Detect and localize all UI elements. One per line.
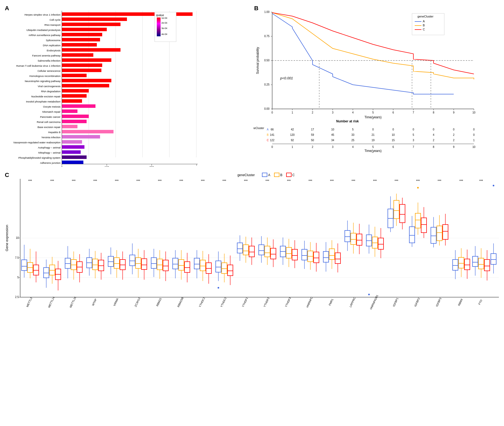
box-IGFBP3-B (437, 226, 442, 241)
sig-YTHDF1: *** (244, 179, 248, 183)
box-ZC3H13-A (130, 255, 135, 266)
panel-b-chart: Survival probability 0.00 0.25 0.50 0.75… (253, 7, 495, 168)
bar-5 (62, 38, 100, 41)
color-gradient (157, 17, 161, 36)
svg-text:2: 2 (453, 133, 455, 136)
bar-label-1: Cell cycle (49, 18, 61, 21)
box-RBMX-B (459, 257, 464, 268)
panel-c: C Gene expression 2.5 5 7.5 10 (3, 169, 501, 325)
box-ALKBH5-A (491, 254, 496, 264)
svg-text:34: 34 (331, 139, 334, 142)
box-RBM15B-A (173, 258, 178, 269)
bar-label-28: Phosphatidylinositol signaling system (18, 156, 61, 159)
sig-YTHDC2: *** (222, 179, 226, 183)
gene-label-YTHDF2: YTHDF2 (263, 297, 270, 307)
box-HNRNPC-A (302, 249, 307, 260)
svg-text:1: 1 (292, 145, 293, 148)
box-LRPPRC-A (345, 230, 350, 242)
bar-21 (62, 120, 87, 123)
box-FMR1-B (329, 249, 335, 260)
bar-label-15: RNA degradation (41, 90, 61, 93)
gene-label-IGFBP3: IGFBP3 (435, 297, 442, 307)
box-METTL3-A (22, 260, 27, 271)
svg-text:141: 141 (270, 133, 275, 136)
boxplot-legend-title: geneCluster (237, 173, 255, 177)
bar-label-27: Mitophagy – animal (38, 151, 61, 154)
svg-text:10: 10 (331, 128, 334, 131)
legend-title: qvalue (156, 14, 164, 17)
box-YTHDF1-A (237, 243, 243, 253)
sig-RBM15: *** (158, 179, 162, 183)
gene-label-RBM15: RBM15 (156, 297, 162, 307)
box-FTO-A (473, 256, 478, 267)
svg-text:5: 5 (372, 145, 374, 148)
box-YTHDC2-A (216, 261, 221, 272)
y-axis-label-c: Gene expression (5, 225, 9, 251)
bar-18 (62, 104, 95, 108)
bar-label-19: Mismatch repair (42, 110, 61, 113)
box-RBM15-A (151, 258, 157, 268)
svg-text:66: 66 (271, 128, 274, 131)
bar-label-6: DNA replication (43, 44, 61, 47)
box-RBMX-C (464, 259, 470, 270)
svg-text:5: 5 (372, 111, 374, 114)
risk-table-ylabel: geneCluster (253, 127, 264, 130)
bar-label-29: Adherens junction (40, 161, 61, 164)
risk-table-title: Number at risk (336, 119, 359, 123)
box-FTO-C (484, 260, 490, 271)
bar-19 (62, 109, 77, 113)
bar-label-2: RNA transport (44, 23, 61, 26)
bar-label-25: Vasopressin-regulated water reabsorption (13, 141, 61, 144)
sig-FTO: *** (479, 179, 483, 183)
gene-label-VIRMA: VIRMA (113, 298, 119, 307)
svg-text:5: 5 (17, 276, 19, 279)
svg-text:33: 33 (351, 133, 354, 136)
box-YTHDF3-B (286, 247, 292, 258)
bar-label-12: Homologous recombination (29, 74, 61, 77)
bar-label-23: Hepatitis B (48, 131, 61, 134)
gene-label-METTL16: METTL16 (69, 296, 77, 308)
svg-text:5: 5 (352, 128, 354, 131)
legend-val-3: 3e-04 (161, 27, 167, 30)
bar-17 (62, 99, 82, 103)
bar-label-8: Fanconi anemia pathway (32, 54, 61, 57)
x-axis-label: Time(years) (364, 115, 382, 119)
box-YTHDF1-C (249, 246, 254, 257)
bar-4 (62, 33, 102, 36)
svg-text:9: 9 (453, 111, 455, 114)
panel-c-chart: Gene expression 2.5 5 7.5 10 geneCluster… (4, 171, 504, 324)
legend-a: A (268, 173, 270, 177)
box-IGFBP2-A (409, 227, 415, 243)
bar-26 (62, 145, 84, 149)
svg-text:8: 8 (433, 111, 434, 114)
panel-a: A Herpes simplex virus 1 infection Cell … (3, 3, 252, 169)
box-LRPPRC-C (357, 234, 362, 245)
svg-text:17: 17 (311, 128, 314, 131)
svg-text:0: 0 (372, 128, 374, 131)
svg-text:0: 0 (271, 145, 273, 148)
svg-text:120: 120 (290, 133, 295, 136)
svg-text:7: 7 (413, 111, 414, 114)
bar-label-4: mRNA surveillance pathway (29, 34, 61, 37)
svg-text:0.25: 0.25 (264, 83, 270, 86)
bar-11 (62, 69, 101, 72)
sig-WTAP: *** (93, 179, 97, 183)
panel-a-chart: Herpes simplex virus 1 infection Cell cy… (4, 8, 243, 167)
svg-text:8: 8 (433, 145, 434, 148)
svg-text:25: 25 (351, 139, 354, 142)
bar-13 (62, 79, 111, 82)
bar-20 (62, 115, 89, 118)
bar-label-22: Base excision repair (37, 126, 61, 129)
bar-label-10: Human T-cell leukemia virus 1 infection (16, 64, 61, 67)
sig-YTHDF2: *** (265, 179, 269, 183)
legend-box-c (286, 173, 291, 177)
box-IGFBP3-C (443, 225, 448, 239)
box-YTHDF1-B (243, 245, 249, 255)
bar-label-21: Renal cell carcinoma (37, 120, 61, 123)
box-HNRNPA2B1-C (378, 238, 384, 249)
svg-text:9: 9 (453, 145, 455, 148)
svg-text:0: 0 (473, 128, 475, 131)
legend-val-2: 2e-04 (161, 22, 167, 24)
gene-label-WTAP: WTAP (91, 298, 97, 306)
box-IGFBP3-A (431, 227, 436, 243)
